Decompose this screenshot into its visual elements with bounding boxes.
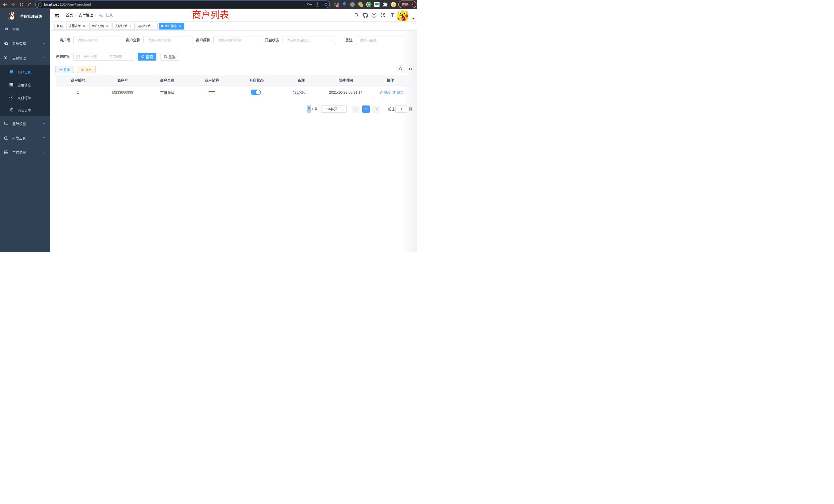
- svg-text:1: 1: [361, 4, 363, 7]
- svg-text:10: 10: [336, 5, 338, 7]
- svg-text:y: y: [368, 3, 370, 6]
- svg-text:¥: ¥: [11, 96, 12, 99]
